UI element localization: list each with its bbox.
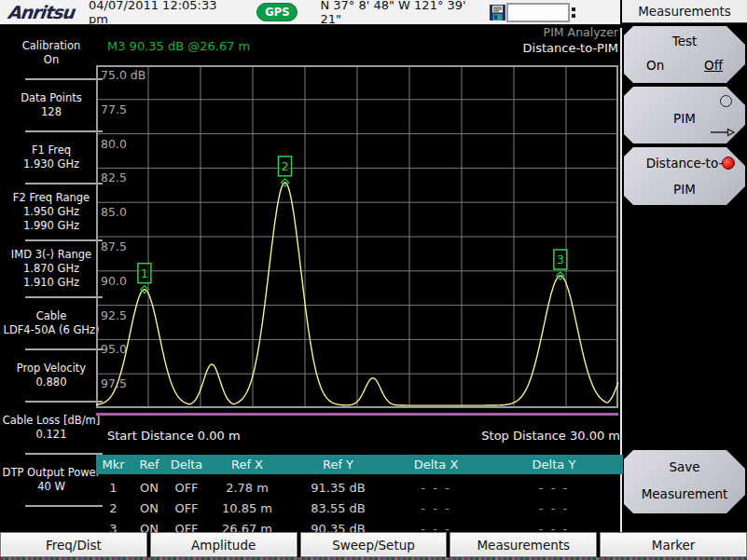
marker-flag-number-3: 3 [557,253,564,266]
y-axis-tick-label: 80.0 [101,137,127,151]
floppy-save-icon [489,4,506,21]
marker-table-cell: 1 [96,481,131,495]
sidebar-item-data-points: Data Points128 [0,80,103,130]
sidebar-item-prop-velocity: Prop Velocity0.880 [0,350,103,401]
marker-table-cell: - - - [387,481,485,495]
y-axis-tick-label: 97.5 [101,376,127,390]
save-measurement-line2: Measurement [624,486,745,501]
sidebar-item-imd-3-range: IMD 3(-) Range1.870 GHz1.910 GHz [0,241,103,296]
marker-table: MkrRefDeltaRef XRef YDelta XDelta Y 1ONO… [96,455,623,539]
sidebar-item-value: 1.990 GHz [1,219,102,233]
marker-table-body: 1ONOFF2.78 m91.35 dB- - -- - -2ONOFF10.8… [96,474,623,539]
sidebar-item-f2-freq-range: F2 Freq Range1.950 GHz1.990 GHz [0,184,103,239]
marker-table-cell: - - - [485,501,623,515]
sidebar-item-dtp-output-power: DTP Output Power40 W [0,455,103,505]
marker-table-cell: OFF [168,501,205,515]
distance-to-pim-softkey[interactable]: Distance-to- PIM [624,147,745,205]
sidebar-item-label: Data Points [1,91,102,105]
pim-analyzer-screen: Anritsu 04/07/2011 12:05:33 pm GPS N 37°… [0,0,747,560]
sidebar-item-label: Cable [1,309,102,323]
sidebar-item-value: 1.930 GHz [1,157,102,171]
marker-table-header-delta-x: Delta X [387,458,485,471]
gps-coordinates: N 37° 8' 48" W 121° 39' 21" [320,0,474,26]
save-measurement-softkey[interactable]: Save Measurement [624,450,745,513]
datetime-label: 04/07/2011 12:05:33 pm [89,0,225,26]
marker-table-header: MkrRefDeltaRef XRef YDelta XDelta Y [96,455,623,474]
anritsu-logo: Anritsu [7,2,75,22]
y-axis-tick-label: 75.0 dB [101,68,145,82]
softkey-menu-header: Measurements [622,0,747,23]
y-axis-tick-label: 90.0 [101,274,127,288]
sidebar-item-label: Cable Loss [dB/m] [1,414,102,428]
gps-status-icon: GPS [256,3,297,21]
marker-table-cell: 10.85 m [205,501,289,515]
sidebar-item-value: 1.870 GHz [1,262,102,276]
sidebar-item-label: Prop Velocity [1,362,102,376]
sidebar-item-value: 1.950 GHz [1,205,102,219]
save-measurement-line1: Save [624,459,745,474]
marker-flag-number-1: 1 [141,266,148,280]
marker-table-header-ref-y: Ref Y [289,458,387,471]
menu-button-marker[interactable]: Marker [600,532,747,557]
test-on-label[interactable]: On [646,58,664,73]
marker-table-row: 2ONOFF10.85 m83.55 dB- - -- - - [96,498,623,518]
sidebar-item-label: F2 Freq Range [1,191,102,205]
sidebar-item-label: IMD 3(-) Range [1,248,102,262]
marker-table-cell: OFF [168,481,205,495]
marker-table-cell: - - - [485,481,623,495]
analyzer-mode-label: PIM Analyzer [96,25,618,39]
marker-table-row: 1ONOFF2.78 m91.35 dB- - -- - - [96,477,623,498]
battery-indicator [506,3,575,22]
test-on-off-values: On Off [624,58,745,73]
marker-table-cell: ON [131,501,168,515]
sidebar-divider [25,505,103,507]
submenu-arrow-icon [710,128,736,137]
sidebar-item-value: On [1,53,102,67]
distance-to-pim-line2: PIM [624,182,745,197]
sidebar-item-value: LDF4-50A (6 GHz) [1,323,102,337]
settings-sidebar: CalibrationOnData Points128F1 Freq1.930 … [0,28,103,507]
y-axis-tick-label: 77.5 [101,102,127,116]
pim-softkey[interactable]: PIM [624,87,745,143]
sidebar-item-cable-loss-db-m: Cable Loss [dB/m]0.121 [0,403,103,453]
sidebar-item-calibration: CalibrationOn [0,28,103,78]
sidebar-item-label: Calibration [1,39,102,53]
distance-to-pim-chart: 75.0 dB77.580.082.585.087.590.092.595.09… [96,65,618,419]
marker-table-header-delta: Delta [168,458,205,471]
y-axis-tick-label: 82.5 [101,171,127,184]
menu-button-freq-dist[interactable]: Freq/Dist [0,532,147,557]
sidebar-item-label: DTP Output Power [1,466,102,480]
menu-button-sweep-setup[interactable]: Sweep/Setup [300,532,448,557]
sidebar-item-value: 1.910 GHz [1,276,102,290]
marker-table-cell: ON [131,481,168,495]
marker-table-header-ref: Ref [131,458,168,471]
pim-softkey-label: PIM [624,111,745,126]
radio-unselected-icon [720,95,732,107]
marker-table-cell: 2.78 m [205,481,289,495]
marker-table-header-delta-y: Delta Y [485,458,623,471]
stop-distance-label: Stop Distance 30.00 m [96,429,620,443]
battery-frame [506,3,570,22]
marker-table-cell: 83.55 dB [289,501,387,515]
marker-table-header-mkr: Mkr [96,458,131,471]
y-axis-tick-label: 95.0 [101,342,127,356]
test-on-off-softkey[interactable]: Test On Off [624,26,745,83]
marker-readout: M3 90.35 dB @26.67 m [107,39,250,53]
marker-table-header-ref-x: Ref X [205,458,289,471]
sidebar-item-value: 0.880 [1,376,102,389]
marker-table-cell: 2 [96,501,131,515]
sidebar-item-label: F1 Freq [1,143,102,157]
sidebar-item-value: 40 W [1,480,102,494]
menu-button-measurements[interactable]: Measurements [450,532,597,557]
main-menu-bar: Freq/DistAmplitudeSweep/SetupMeasurement… [0,532,747,557]
marker-flag-number-2: 2 [281,159,288,173]
top-status-bar: Anritsu 04/07/2011 12:05:33 pm GPS N 37°… [0,0,620,26]
sidebar-item-value: 0.121 [1,428,102,442]
marker-table-cell: 91.35 dB [289,481,387,495]
battery-terminal [572,7,575,18]
distance-to-pim-line1: Distance-to- [624,156,745,171]
menu-button-amplitude[interactable]: Amplitude [150,532,297,557]
marker-table-cell: - - - [387,501,485,515]
test-off-label[interactable]: Off [704,58,723,73]
test-softkey-title: Test [624,34,745,48]
